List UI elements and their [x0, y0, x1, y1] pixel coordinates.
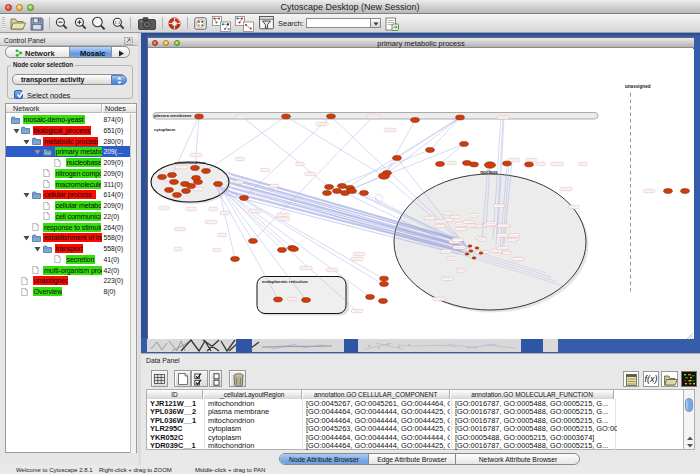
svg-text:mitochondrion: mitochondrion	[175, 159, 206, 164]
svg-text:plasma membrane: plasma membrane	[154, 113, 192, 118]
svg-text:nucleus: nucleus	[480, 169, 498, 174]
svg-text:unassigned: unassigned	[625, 84, 651, 89]
svg-text:endoplasmic reticulum: endoplasmic reticulum	[262, 278, 308, 283]
svg-text:1:1: 1:1	[115, 20, 121, 25]
svg-text:cytoplasm: cytoplasm	[154, 126, 175, 131]
